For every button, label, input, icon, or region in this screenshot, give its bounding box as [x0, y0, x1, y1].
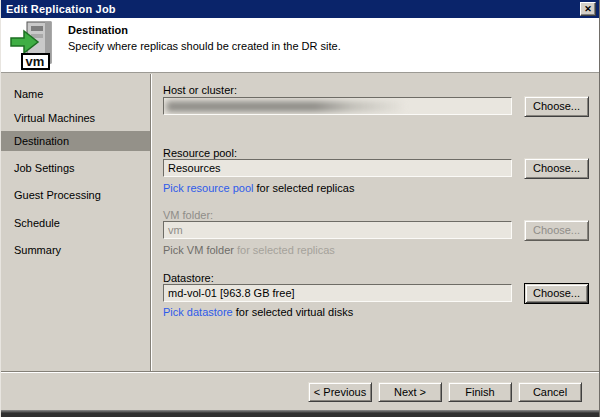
sidebar-item-name[interactable]: Name [1, 84, 150, 104]
host-cluster-input[interactable] [163, 97, 512, 115]
previous-button[interactable]: < Previous [308, 382, 372, 402]
close-icon[interactable]: ✕ [580, 2, 596, 16]
vm-folder-choose-button: Choose... [524, 220, 589, 241]
host-choose-button[interactable]: Choose... [524, 96, 589, 117]
footer-separator [1, 371, 599, 373]
datastore-input[interactable]: md-vol-01 [963.8 GB free] [163, 284, 512, 302]
replica-vm-icon: vm [9, 21, 61, 73]
edit-replication-job-dialog: Edit Replication Job ✕ vm Destination Sp… [0, 0, 600, 417]
window-title: Edit Replication Job [6, 3, 116, 15]
window-bottom-edge [1, 410, 599, 417]
sidebar-item-destination[interactable]: Destination [1, 131, 150, 151]
resource-pool-link-line: Pick resource pool for selected replicas [163, 182, 354, 194]
vm-icon-label: vm [26, 54, 45, 69]
resource-pool-input[interactable]: Resources [163, 159, 512, 177]
pick-datastore-link[interactable]: Pick datastore [163, 306, 233, 318]
resource-pool-label: Resource pool: [163, 147, 237, 159]
step-title: Destination [68, 24, 128, 36]
datastore-label: Datastore: [163, 272, 214, 284]
finish-button[interactable]: Finish [448, 382, 512, 402]
host-cluster-label: Host or cluster: [163, 84, 237, 96]
datastore-link-line: Pick datastore for selected virtual disk… [163, 306, 353, 318]
sidebar-item-schedule[interactable]: Schedule [1, 213, 150, 233]
sidebar-divider [150, 74, 152, 371]
vm-folder-value: vm [168, 224, 183, 236]
sidebar-item-summary[interactable]: Summary [1, 240, 150, 260]
vm-folder-label: VM folder: [163, 209, 213, 221]
sidebar-item-job-settings[interactable]: Job Settings [1, 158, 150, 178]
sidebar-item-virtual-machines[interactable]: Virtual Machines [1, 108, 150, 128]
resource-pool-choose-button[interactable]: Choose... [524, 158, 589, 179]
next-button[interactable]: Next > [378, 382, 442, 402]
titlebar[interactable]: Edit Replication Job ✕ [1, 0, 599, 18]
wizard-header: vm Destination Specify where replicas sh… [1, 18, 599, 73]
datastore-value: md-vol-01 [963.8 GB free] [168, 287, 295, 299]
vm-folder-link-line: Pick VM folder for selected replicas [163, 244, 335, 256]
pick-vm-folder-link: Pick VM folder [163, 244, 234, 256]
vm-folder-link-suffix: for selected replicas [234, 244, 335, 256]
resource-pool-link-suffix: for selected replicas [254, 182, 355, 194]
datastore-choose-button[interactable]: Choose... [524, 283, 589, 304]
sidebar-item-guest-processing[interactable]: Guest Processing [1, 185, 150, 205]
pick-resource-pool-link[interactable]: Pick resource pool [163, 182, 254, 194]
datastore-link-suffix: for selected virtual disks [233, 306, 353, 318]
cancel-button[interactable]: Cancel [518, 382, 582, 402]
vm-folder-input: vm [163, 221, 512, 239]
resource-pool-value: Resources [168, 162, 221, 174]
step-subtitle: Specify where replicas should be created… [68, 40, 341, 52]
redacted-host-value [166, 101, 406, 112]
